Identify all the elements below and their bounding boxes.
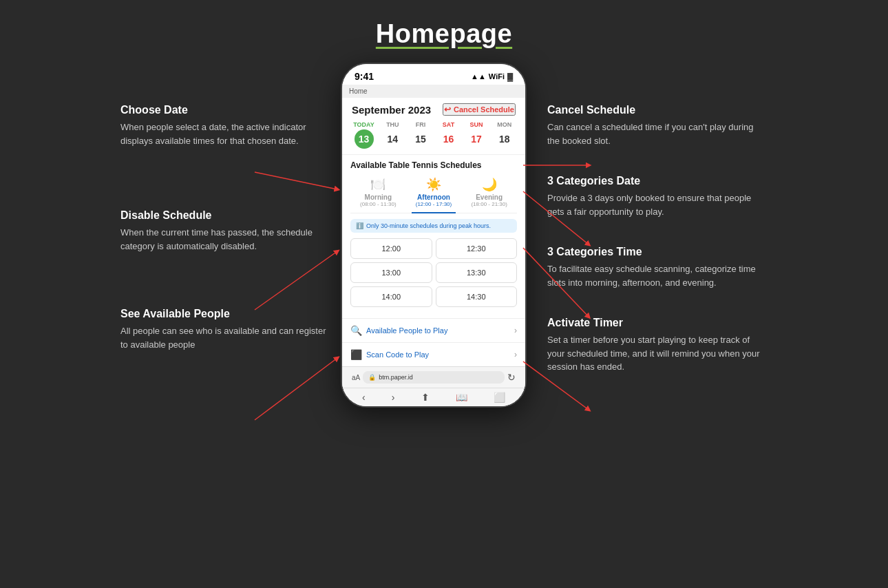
app-content: September 2023 ↩ Cancel Schedule TODAY 1…: [342, 98, 525, 406]
date-item-mon[interactable]: MON 18: [495, 121, 514, 149]
time-tabs: 🍽️ Morning (08:00 - 11:30) ☀️ Afternoon …: [350, 176, 517, 213]
evening-icon: 🌙: [482, 177, 497, 192]
activate-timer-desc: Set a timer before you start playing to …: [547, 333, 768, 374]
url-input[interactable]: 🔒 btm.paper.id: [363, 371, 505, 384]
3-categories-time-desc: To facilitate easy schedule scanning, ca…: [547, 262, 768, 289]
see-people-title: See Available People: [120, 308, 327, 320]
available-people-left: 🔍 Available People to Play: [350, 325, 447, 336]
annotation-activate-timer: Activate Timer Set a timer before you st…: [547, 317, 768, 374]
date-label-mon: MON: [497, 121, 511, 128]
morning-icon: 🍽️: [370, 177, 385, 192]
3-categories-time-title: 3 Categories Time: [547, 246, 768, 258]
url-text: btm.paper.id: [379, 374, 413, 381]
scan-code-label: Scan Code to Play: [366, 350, 429, 359]
date-num-today: 13: [355, 129, 374, 149]
available-people-row[interactable]: 🔍 Available People to Play ›: [342, 318, 525, 342]
month-year: September 2023: [352, 104, 431, 116]
disable-schedule-title: Disable Schedule: [120, 209, 327, 222]
scan-code-chevron: ›: [514, 350, 517, 359]
date-item-thu[interactable]: THU 14: [383, 121, 402, 149]
cancel-icon: ↩: [444, 105, 451, 114]
browser-breadcrumb: Home: [342, 85, 525, 98]
date-num-mon: 18: [495, 129, 514, 149]
afternoon-icon: ☀️: [426, 177, 441, 192]
search-people-icon: 🔍: [350, 325, 362, 336]
annotation-disable-schedule: Disable Schedule When the current time h…: [120, 209, 327, 253]
tab-morning[interactable]: 🍽️ Morning (08:00 - 11:30): [356, 176, 400, 209]
back-icon[interactable]: ‹: [362, 392, 366, 403]
battery-icon: ▓: [507, 72, 513, 81]
right-panel: Cancel Schedule Can cancel a scheduled t…: [527, 56, 768, 399]
time-slot-1330[interactable]: 13:30: [436, 262, 518, 283]
status-icons: ▲▲ WiFi ▓: [471, 72, 513, 81]
forward-icon[interactable]: ›: [392, 392, 395, 403]
time-slot-1430[interactable]: 14:30: [436, 286, 518, 307]
date-num-fri: 15: [411, 129, 430, 149]
date-item-fri[interactable]: FRI 15: [411, 121, 430, 149]
bookmarks-icon[interactable]: 📖: [456, 392, 467, 403]
date-label-fri: FRI: [416, 121, 426, 128]
cancel-schedule-button[interactable]: ↩ Cancel Schedule: [443, 103, 516, 116]
page-title-container: Homepage: [0, 0, 888, 49]
lock-icon: 🔒: [368, 374, 376, 381]
time-slot-1230[interactable]: 12:30: [436, 238, 518, 259]
morning-range: (08:00 - 11:30): [360, 201, 396, 207]
date-selector: TODAY 13 THU 14 FRI 15 SAT 16: [342, 118, 525, 155]
time-slot-1300[interactable]: 13:00: [350, 262, 432, 283]
tab-afternoon[interactable]: ☀️ Afternoon (12:00 - 17:30): [412, 176, 456, 213]
scan-code-icon: ⬛: [350, 349, 362, 360]
scan-code-left: ⬛ Scan Code to Play: [350, 349, 429, 360]
date-label-today: TODAY: [353, 121, 374, 128]
date-item-sat[interactable]: SAT 16: [439, 121, 458, 149]
browser-nav: ‹ › ⬆ 📖 ⬜: [342, 388, 525, 406]
activate-timer-title: Activate Timer: [547, 317, 768, 329]
section-title: Available Table Tennis Schedules: [350, 160, 517, 170]
3-categories-date-title: 3 Categories Date: [547, 175, 768, 187]
info-icon: ℹ️: [356, 222, 363, 229]
time-grid: 12:00 12:30 13:00 13:30 14:00 14:30: [350, 238, 517, 307]
info-text: Only 30-minute schedules during peak hou…: [366, 222, 491, 229]
wifi-icon: WiFi: [489, 72, 505, 81]
choose-date-title: Choose Date: [120, 104, 327, 116]
annotation-3-categories-time: 3 Categories Time To facilitate easy sch…: [547, 246, 768, 289]
morning-label: Morning: [365, 193, 392, 201]
time-slot-1200[interactable]: 12:00: [350, 238, 432, 259]
afternoon-range: (12:00 - 17:30): [416, 201, 452, 207]
cancel-schedule-title: Cancel Schedule: [547, 104, 768, 116]
afternoon-label: Afternoon: [417, 193, 450, 201]
date-item-sun[interactable]: SUN 17: [467, 121, 486, 149]
annotation-3-categories-date: 3 Categories Date Provide a 3 days only …: [547, 175, 768, 218]
phone-mockup: 9:41 ▲▲ WiFi ▓ Home September 2023 ↩: [341, 63, 527, 408]
phone-frame: 9:41 ▲▲ WiFi ▓ Home September 2023 ↩: [341, 63, 527, 408]
date-label-sat: SAT: [443, 121, 454, 128]
left-panel: Choose Date When people select a date, t…: [120, 56, 341, 384]
scan-code-row[interactable]: ⬛ Scan Code to Play ›: [342, 342, 525, 366]
evening-label: Evening: [476, 193, 503, 201]
annotation-cancel-schedule: Cancel Schedule Can cancel a scheduled t…: [547, 104, 768, 147]
tab-evening[interactable]: 🌙 Evening (18:00 - 21:30): [467, 176, 511, 209]
cancel-schedule-desc: Can cancel a scheduled time if you can't…: [547, 120, 768, 147]
page-title: Homepage: [0, 19, 888, 49]
date-item-today[interactable]: TODAY 13: [353, 121, 374, 149]
see-people-desc: All people can see who is available and …: [120, 324, 327, 351]
date-label-thu: THU: [386, 121, 399, 128]
date-num-sat: 16: [439, 129, 458, 149]
share-icon[interactable]: ⬆: [421, 392, 430, 403]
date-num-sun: 17: [467, 129, 486, 149]
annotation-choose-date: Choose Date When people select a date, t…: [120, 104, 327, 147]
tabs-icon[interactable]: ⬜: [494, 392, 505, 403]
3-categories-date-desc: Provide a 3 days only booked to ensure t…: [547, 191, 768, 218]
available-people-label: Available People to Play: [366, 326, 447, 335]
choose-date-desc: When people select a date, the active in…: [120, 120, 327, 147]
evening-range: (18:00 - 21:30): [471, 201, 507, 207]
status-time: 9:41: [355, 71, 374, 82]
browser-url-bar: aA 🔒 btm.paper.id ↻: [342, 366, 525, 388]
disable-schedule-desc: When the current time has passed, the sc…: [120, 226, 327, 253]
available-people-chevron: ›: [514, 326, 517, 335]
reload-icon[interactable]: ↻: [507, 372, 516, 383]
text-size-icon: aA: [352, 374, 360, 381]
app-header: September 2023 ↩ Cancel Schedule: [342, 98, 525, 118]
time-slot-1400[interactable]: 14:00: [350, 286, 432, 307]
schedule-section: Available Table Tennis Schedules 🍽️ Morn…: [342, 155, 525, 318]
signal-icon: ▲▲: [471, 72, 486, 81]
